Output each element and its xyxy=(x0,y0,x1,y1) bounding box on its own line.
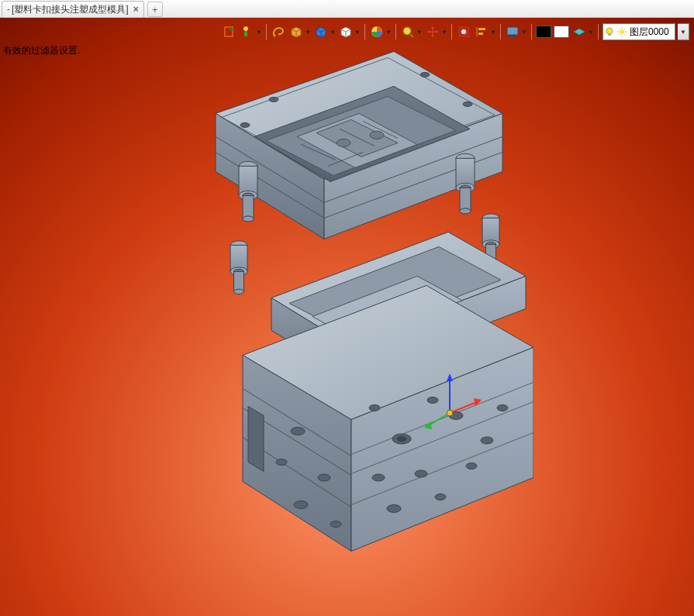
svg-rect-12 xyxy=(507,27,518,35)
toolbar-separator xyxy=(395,24,396,40)
svg-rect-2 xyxy=(244,31,247,36)
move-handle-icon xyxy=(425,24,440,40)
view-toolbar: ▼ ▼ ▼ ▼ ▼ xyxy=(222,22,689,41)
chevron-down-icon: ▼ xyxy=(490,29,496,36)
toolbar-separator xyxy=(598,24,599,40)
document-tab[interactable]: - [塑料卡扣接头注塑成型模具] × xyxy=(2,1,144,17)
svg-line-23 xyxy=(619,34,620,35)
svg-rect-31 xyxy=(243,195,254,219)
chevron-down-icon: ▼ xyxy=(330,29,336,36)
svg-line-21 xyxy=(619,29,620,29)
layer-slab-dropdown[interactable]: ▼ xyxy=(571,24,594,40)
magnifier-icon xyxy=(400,24,416,40)
align-left-icon xyxy=(474,24,489,40)
svg-point-55 xyxy=(291,427,305,435)
svg-point-63 xyxy=(415,470,427,477)
tab-close-icon[interactable]: × xyxy=(133,4,139,15)
magnifier-dropdown[interactable]: ▼ xyxy=(400,24,423,40)
svg-point-68 xyxy=(466,463,477,469)
chevron-down-icon: ▼ xyxy=(385,29,392,36)
svg-point-32 xyxy=(243,215,254,221)
toolbar-separator xyxy=(266,24,267,40)
view-box-white-dropdown[interactable]: ▼ xyxy=(338,24,361,40)
svg-point-59 xyxy=(330,521,341,527)
move-handle-dropdown[interactable]: ▼ xyxy=(425,24,447,40)
tab-title: [塑料卡扣接头注塑成型模具] xyxy=(12,3,129,16)
align-left-dropdown[interactable]: ▼ xyxy=(474,24,496,40)
svg-rect-37 xyxy=(233,271,243,291)
tab-bar: - [塑料卡扣接头注塑成型模具] × + xyxy=(0,0,694,18)
toolbar-separator xyxy=(531,24,532,40)
svg-point-65 xyxy=(435,494,446,500)
swatch-black[interactable] xyxy=(536,26,551,38)
layer-dropdown-button[interactable]: ▼ xyxy=(678,23,689,40)
svg-point-1 xyxy=(243,26,248,31)
work-area: ▼ ▼ ▼ ▼ ▼ xyxy=(0,18,694,616)
layer-slab-icon xyxy=(571,24,587,40)
svg-point-66 xyxy=(449,411,463,419)
svg-point-56 xyxy=(276,459,287,465)
svg-point-44 xyxy=(460,208,471,213)
swatch-white[interactable] xyxy=(554,26,569,38)
monitor-icon xyxy=(505,24,520,40)
svg-point-70 xyxy=(427,397,438,403)
record-icon[interactable] xyxy=(456,24,471,40)
svg-point-54 xyxy=(240,122,250,127)
swatches-dropdown[interactable]: ▼ xyxy=(369,24,392,40)
svg-point-51 xyxy=(269,97,278,102)
chevron-down-icon: ▼ xyxy=(441,29,447,36)
chevron-down-icon: ▼ xyxy=(305,29,311,36)
svg-point-62 xyxy=(372,473,385,480)
tab-prefix: - xyxy=(7,4,10,15)
svg-point-52 xyxy=(420,72,430,77)
swatches-icon xyxy=(369,24,385,40)
svg-point-67 xyxy=(481,436,493,443)
svg-point-58 xyxy=(294,501,308,508)
svg-point-61 xyxy=(397,436,406,441)
lasso-icon[interactable] xyxy=(271,24,286,40)
svg-point-26 xyxy=(370,131,384,139)
view-box-gold-icon xyxy=(288,24,304,40)
svg-point-38 xyxy=(233,289,243,294)
svg-point-69 xyxy=(497,404,508,411)
3d-viewport[interactable]: 有效的过滤器设置. xyxy=(0,18,694,616)
svg-point-8 xyxy=(461,29,466,34)
toolbar-separator xyxy=(500,24,501,40)
chevron-down-icon: ▼ xyxy=(256,29,262,36)
svg-rect-10 xyxy=(478,28,485,30)
new-tab-button[interactable]: + xyxy=(147,2,163,17)
svg-point-57 xyxy=(318,473,330,480)
paint-brush-dropdown[interactable]: ▼ xyxy=(240,24,262,40)
mold-model xyxy=(161,43,533,570)
view-box-gold-dropdown[interactable]: ▼ xyxy=(288,24,311,40)
layer-label: 图层0000 xyxy=(630,26,669,39)
filter-status-text: 有效的过滤器设置. xyxy=(3,44,80,57)
view-box-white-icon xyxy=(338,24,354,40)
monitor-dropdown[interactable]: ▼ xyxy=(505,24,527,40)
svg-point-71 xyxy=(369,404,380,411)
toolbar-separator xyxy=(451,24,452,40)
svg-rect-15 xyxy=(609,34,611,36)
plus-icon: + xyxy=(152,5,158,15)
import-icon[interactable] xyxy=(222,24,237,40)
svg-point-5 xyxy=(403,27,411,35)
svg-rect-43 xyxy=(460,188,471,211)
svg-point-53 xyxy=(463,102,472,106)
chevron-down-icon: ▼ xyxy=(354,29,361,36)
svg-rect-11 xyxy=(478,33,483,35)
svg-point-3 xyxy=(274,35,276,37)
chevron-down-icon: ▼ xyxy=(588,29,594,36)
view-box-blue-dropdown[interactable]: ▼ xyxy=(313,24,336,40)
chevron-down-icon: ▼ xyxy=(521,29,527,36)
svg-point-25 xyxy=(337,139,350,146)
svg-line-24 xyxy=(624,29,625,29)
svg-point-16 xyxy=(620,29,624,34)
svg-line-22 xyxy=(624,34,625,35)
svg-point-14 xyxy=(606,28,613,34)
paint-brush-icon xyxy=(240,24,255,40)
toolbar-separator xyxy=(364,24,365,40)
layer-selector[interactable]: 图层0000 xyxy=(603,23,675,40)
sun-icon xyxy=(617,27,627,36)
svg-point-64 xyxy=(387,504,401,512)
lightbulb-icon xyxy=(605,27,614,36)
